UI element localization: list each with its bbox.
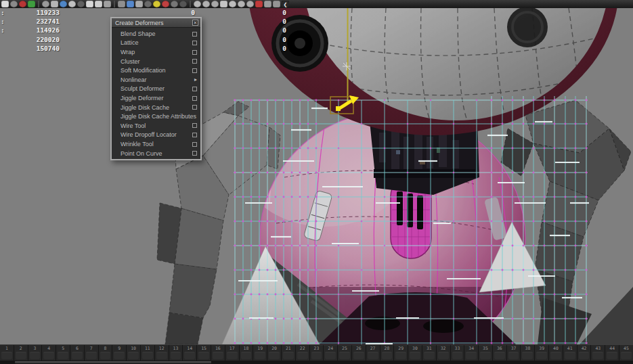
box-pair-icon[interactable] — [264, 1, 271, 7]
keyboard-icon[interactable] — [51, 1, 58, 7]
menu-item-wrap[interactable]: Wrap — [112, 47, 200, 57]
timeline-frame-22[interactable]: 22 — [295, 345, 309, 361]
timeline-frame-36[interactable]: 36 — [492, 345, 506, 361]
box-outline-icon[interactable] — [135, 1, 143, 7]
timeline-frame-35[interactable]: 35 — [478, 345, 492, 361]
box-icon[interactable] — [118, 1, 125, 7]
timeline-frame-9[interactable]: 9 — [112, 345, 126, 361]
sphere-red-icon[interactable] — [19, 1, 26, 7]
menu-item-wire-tool[interactable]: Wire Tool — [112, 121, 200, 131]
timeline-frame-27[interactable]: 27 — [366, 345, 380, 361]
option-box-icon[interactable] — [192, 32, 197, 37]
menu-item-lattice[interactable]: Lattice — [112, 39, 200, 48]
menu-title-bar[interactable]: Create Deformers ✕ — [112, 18, 200, 28]
menu-item-point-on-curve[interactable]: Point On Curve — [112, 149, 200, 158]
timeline-frame-40[interactable]: 40 — [548, 345, 563, 361]
menu-item-cluster[interactable]: Cluster — [112, 57, 200, 66]
menu-item-blend-shape[interactable]: Blend Shape — [112, 29, 200, 39]
circle-icon-3[interactable] — [211, 1, 219, 7]
timeline-frame-18[interactable]: 18 — [239, 345, 253, 361]
timeline-frame-42[interactable]: 42 — [577, 345, 591, 361]
timeline-frame-11[interactable]: 11 — [140, 345, 154, 361]
timeline-frame-44[interactable]: 44 — [605, 345, 619, 361]
gear-icon-2[interactable] — [42, 1, 49, 7]
timeline-frame-43[interactable]: 43 — [590, 345, 605, 361]
option-box-icon[interactable] — [192, 105, 197, 110]
grid-icon-2[interactable] — [95, 1, 102, 7]
sphere-icon-a[interactable] — [229, 1, 236, 7]
timeline-frame-31[interactable]: 31 — [422, 345, 436, 361]
dot-red-icon[interactable] — [162, 1, 169, 7]
timeline-frame-17[interactable]: 17 — [225, 345, 239, 361]
timeline-frame-21[interactable]: 21 — [281, 345, 295, 361]
sphere-yellow-icon[interactable] — [153, 1, 160, 7]
timeline-frame-33[interactable]: 33 — [450, 345, 464, 361]
sphere-blue-icon[interactable] — [60, 1, 67, 7]
circle-icon-1[interactable] — [194, 1, 201, 7]
timeline-frame-5[interactable]: 5 — [56, 345, 70, 361]
dot-dark-icon[interactable] — [179, 1, 187, 7]
sphere-dark-icon[interactable] — [77, 1, 85, 7]
option-box-icon[interactable] — [192, 50, 197, 55]
timeline-frame-24[interactable]: 24 — [323, 345, 337, 361]
timeline-frame-26[interactable]: 26 — [351, 345, 366, 361]
glyph-red-icon[interactable] — [255, 1, 263, 7]
tool-icon[interactable] — [104, 1, 111, 7]
timeline-frame-41[interactable]: 41 — [563, 345, 577, 361]
timeline-frame-15[interactable]: 15 — [196, 345, 211, 361]
timeline-frame-34[interactable]: 34 — [464, 345, 478, 361]
option-box-icon[interactable] — [192, 142, 197, 147]
sphere-icon-b[interactable] — [238, 1, 245, 7]
cone-icon[interactable] — [220, 1, 227, 7]
close-icon[interactable]: ✕ — [192, 20, 198, 26]
timeline-frame-6[interactable]: 6 — [70, 345, 84, 361]
dot-gray-icon[interactable] — [171, 1, 178, 7]
timeline-frame-4[interactable]: 4 — [41, 345, 56, 361]
menu-item-soft-modification[interactable]: Soft Modification — [112, 66, 200, 75]
timeline-frame-37[interactable]: 37 — [506, 345, 521, 361]
menu-item-jiggle-disk-cache-attributes[interactable]: Jiggle Disk Cache Attributes — [112, 112, 200, 121]
viewport-3d[interactable] — [0, 8, 633, 344]
timeline-frame-20[interactable]: 20 — [267, 345, 281, 361]
timeline-frame-29[interactable]: 29 — [393, 345, 408, 361]
timeline-track[interactable]: 1234567891011121314151617181920212223242… — [0, 344, 633, 361]
timeline-frame-14[interactable]: 14 — [182, 345, 196, 361]
timeline-frame-2[interactable]: 2 — [14, 345, 28, 361]
timeline-frame-19[interactable]: 19 — [253, 345, 267, 361]
menu-item-sculpt-deformer[interactable]: Sculpt Deformer — [112, 85, 200, 94]
menu-item-wrinkle-tool[interactable]: Wrinkle Tool — [112, 139, 200, 149]
option-box-icon[interactable] — [192, 59, 197, 64]
timeline-frame-32[interactable]: 32 — [436, 345, 450, 361]
option-box-icon[interactable] — [192, 133, 197, 137]
file-icon[interactable] — [1, 1, 9, 7]
timeline-frame-16[interactable]: 16 — [211, 345, 225, 361]
menu-item-nonlinear[interactable]: Nonlinear▸ — [112, 75, 200, 85]
grid-icon[interactable] — [86, 1, 93, 7]
timeline-frame-12[interactable]: 12 — [154, 345, 169, 361]
option-box-icon[interactable] — [192, 68, 197, 73]
menu-item-jiggle-deformer[interactable]: Jiggle Deformer — [112, 93, 200, 103]
timeline-frame-25[interactable]: 25 — [337, 345, 351, 361]
box-pair-icon-2[interactable] — [273, 1, 280, 7]
timeline-frame-23[interactable]: 23 — [309, 345, 324, 361]
menu-item-jiggle-disk-cache[interactable]: Jiggle Disk Cache — [112, 103, 200, 112]
back-arrow-icon[interactable]: ❮ — [282, 1, 289, 7]
timeline-frame-8[interactable]: 8 — [98, 345, 112, 361]
range-slider-bar[interactable] — [15, 361, 211, 363]
sphere-gray-icon[interactable] — [68, 1, 76, 7]
option-box-icon[interactable] — [192, 87, 197, 91]
option-box-icon[interactable] — [192, 41, 197, 45]
circle-icon-2[interactable] — [202, 1, 210, 7]
option-box-icon[interactable] — [192, 96, 197, 101]
option-box-icon[interactable] — [192, 151, 197, 156]
option-box-icon[interactable] — [192, 123, 197, 128]
gear-icon[interactable] — [10, 1, 18, 7]
timeline-frame-1[interactable]: 1 — [0, 345, 14, 361]
sphere-icon-c[interactable] — [246, 1, 254, 7]
shelf-green-icon[interactable] — [28, 1, 35, 7]
timeline-frame-10[interactable]: 10 — [126, 345, 140, 361]
timeline-frame-30[interactable]: 30 — [408, 345, 422, 361]
timeline-frame-38[interactable]: 38 — [520, 345, 534, 361]
timeline-frame-39[interactable]: 39 — [534, 345, 548, 361]
timeline-frame-13[interactable]: 13 — [169, 345, 183, 361]
